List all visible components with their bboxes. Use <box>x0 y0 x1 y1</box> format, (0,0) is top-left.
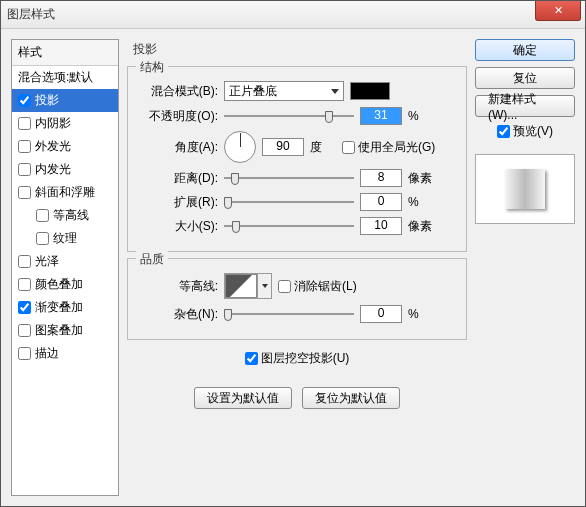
layer-style-dialog: 图层样式 ✕ 样式 混合选项:默认 投影内阴影外发光内发光斜面和浮雕等高线纹理光… <box>0 0 586 507</box>
set-default-button[interactable]: 设置为默认值 <box>194 387 292 409</box>
effect-item-7[interactable]: 光泽 <box>12 250 118 273</box>
settings-panel: 投影 结构 混合模式(B): 正片叠底 不透明度(O): 31 <box>127 39 467 496</box>
effect-checkbox[interactable] <box>18 117 31 130</box>
effect-item-1[interactable]: 内阴影 <box>12 112 118 135</box>
effect-checkbox[interactable] <box>18 140 31 153</box>
new-style-button[interactable]: 新建样式(W)... <box>475 95 575 117</box>
noise-unit: % <box>408 307 434 321</box>
spread-slider[interactable] <box>224 194 354 210</box>
antialias-label: 消除锯齿(L) <box>294 278 357 295</box>
global-light-label: 使用全局光(G) <box>358 139 435 156</box>
effect-checkbox[interactable] <box>18 324 31 337</box>
close-button[interactable]: ✕ <box>535 1 581 21</box>
effect-checkbox[interactable] <box>18 255 31 268</box>
angle-dial[interactable] <box>224 131 256 163</box>
angle-unit: 度 <box>310 139 336 156</box>
global-light-checkbox[interactable]: 使用全局光(G) <box>342 139 435 156</box>
blend-options-item[interactable]: 混合选项:默认 <box>12 66 118 89</box>
spread-unit: % <box>408 195 434 209</box>
structure-fieldset: 结构 混合模式(B): 正片叠底 不透明度(O): 31 % <box>127 66 467 252</box>
distance-slider[interactable] <box>224 170 354 186</box>
blend-mode-label: 混合模式(B): <box>138 83 218 100</box>
chevron-down-icon <box>331 89 339 94</box>
structure-legend: 结构 <box>136 59 168 76</box>
size-unit: 像素 <box>408 218 434 235</box>
effect-label: 内发光 <box>35 161 71 178</box>
opacity-input[interactable]: 31 <box>360 107 402 125</box>
effect-checkbox[interactable] <box>36 209 49 222</box>
reset-default-button[interactable]: 复位为默认值 <box>302 387 400 409</box>
dialog-body: 样式 混合选项:默认 投影内阴影外发光内发光斜面和浮雕等高线纹理光泽颜色叠加渐变… <box>1 29 585 506</box>
effect-item-4[interactable]: 斜面和浮雕 <box>12 181 118 204</box>
effect-item-0[interactable]: 投影 <box>12 89 118 112</box>
preview-thumbnail <box>505 169 545 209</box>
shadow-color-swatch[interactable] <box>350 82 390 100</box>
effect-item-9[interactable]: 渐变叠加 <box>12 296 118 319</box>
opacity-label: 不透明度(O): <box>138 108 218 125</box>
effect-label: 纹理 <box>53 230 77 247</box>
effect-item-2[interactable]: 外发光 <box>12 135 118 158</box>
effect-checkbox[interactable] <box>18 301 31 314</box>
effect-checkbox[interactable] <box>18 278 31 291</box>
effect-item-5[interactable]: 等高线 <box>12 204 118 227</box>
contour-label: 等高线: <box>138 278 218 295</box>
effect-checkbox[interactable] <box>18 347 31 360</box>
effect-checkbox[interactable] <box>18 163 31 176</box>
effect-item-8[interactable]: 颜色叠加 <box>12 273 118 296</box>
global-light-input[interactable] <box>342 141 355 154</box>
blend-mode-value: 正片叠底 <box>229 83 277 100</box>
quality-fieldset: 品质 等高线: 消除锯齿(L) 杂色(N): 0 % <box>127 258 467 340</box>
effect-item-10[interactable]: 图案叠加 <box>12 319 118 342</box>
preview-label: 预览(V) <box>513 123 553 140</box>
contour-dropdown[interactable] <box>257 274 271 298</box>
preview-input[interactable] <box>497 125 510 138</box>
distance-input[interactable]: 8 <box>360 169 402 187</box>
noise-slider[interactable] <box>224 306 354 322</box>
noise-label: 杂色(N): <box>138 306 218 323</box>
size-slider[interactable] <box>224 218 354 234</box>
noise-input[interactable]: 0 <box>360 305 402 323</box>
angle-input[interactable]: 90 <box>262 138 304 156</box>
cancel-button[interactable]: 复位 <box>475 67 575 89</box>
spread-input[interactable]: 0 <box>360 193 402 211</box>
opacity-slider[interactable] <box>224 108 354 124</box>
effect-label: 渐变叠加 <box>35 299 83 316</box>
styles-list-panel: 样式 混合选项:默认 投影内阴影外发光内发光斜面和浮雕等高线纹理光泽颜色叠加渐变… <box>11 39 119 496</box>
angle-label: 角度(A): <box>138 139 218 156</box>
blend-mode-select[interactable]: 正片叠底 <box>224 81 344 101</box>
effect-checkbox[interactable] <box>18 94 31 107</box>
knockout-checkbox[interactable]: 图层挖空投影(U) <box>245 350 350 367</box>
effect-checkbox[interactable] <box>36 232 49 245</box>
effect-label: 图案叠加 <box>35 322 83 339</box>
size-input[interactable]: 10 <box>360 217 402 235</box>
window-title: 图层样式 <box>7 6 55 23</box>
opacity-unit: % <box>408 109 434 123</box>
panel-title: 投影 <box>127 39 467 60</box>
effect-item-6[interactable]: 纹理 <box>12 227 118 250</box>
antialias-checkbox[interactable]: 消除锯齿(L) <box>278 278 357 295</box>
ok-button[interactable]: 确定 <box>475 39 575 61</box>
effect-label: 外发光 <box>35 138 71 155</box>
antialias-input[interactable] <box>278 280 291 293</box>
styles-header: 样式 <box>12 40 118 66</box>
effect-label: 内阴影 <box>35 115 71 132</box>
contour-swatch-icon <box>225 274 257 298</box>
chevron-down-icon <box>262 284 268 288</box>
distance-unit: 像素 <box>408 170 434 187</box>
distance-label: 距离(D): <box>138 170 218 187</box>
effect-label: 描边 <box>35 345 59 362</box>
preview-checkbox[interactable]: 预览(V) <box>475 123 575 140</box>
effect-list: 混合选项:默认 投影内阴影外发光内发光斜面和浮雕等高线纹理光泽颜色叠加渐变叠加图… <box>12 66 118 365</box>
size-label: 大小(S): <box>138 218 218 235</box>
effect-item-11[interactable]: 描边 <box>12 342 118 365</box>
effect-label: 等高线 <box>53 207 89 224</box>
effect-label: 投影 <box>35 92 59 109</box>
quality-legend: 品质 <box>136 251 168 268</box>
effect-label: 斜面和浮雕 <box>35 184 95 201</box>
effect-checkbox[interactable] <box>18 186 31 199</box>
blend-options-label: 混合选项:默认 <box>18 69 93 86</box>
contour-picker[interactable] <box>224 273 272 299</box>
effect-label: 光泽 <box>35 253 59 270</box>
effect-item-3[interactable]: 内发光 <box>12 158 118 181</box>
knockout-input[interactable] <box>245 352 258 365</box>
